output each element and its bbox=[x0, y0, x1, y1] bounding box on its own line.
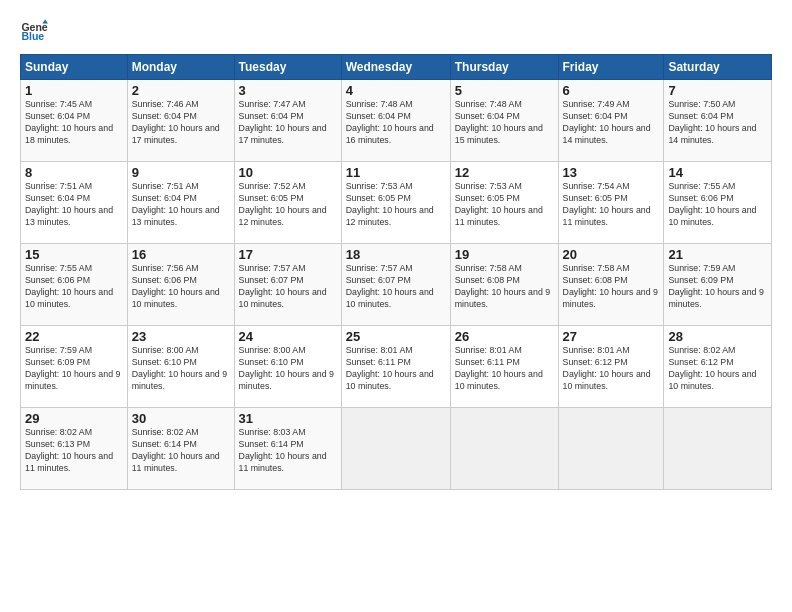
day-cell: 25Sunrise: 8:01 AMSunset: 6:11 PMDayligh… bbox=[341, 326, 450, 408]
day-info: Sunrise: 7:57 AMSunset: 6:07 PMDaylight:… bbox=[239, 263, 337, 311]
day-cell: 29Sunrise: 8:02 AMSunset: 6:13 PMDayligh… bbox=[21, 408, 128, 490]
day-info: Sunrise: 8:02 AMSunset: 6:13 PMDaylight:… bbox=[25, 427, 123, 475]
day-number: 30 bbox=[132, 411, 230, 426]
col-header-tuesday: Tuesday bbox=[234, 55, 341, 80]
day-info: Sunrise: 7:57 AMSunset: 6:07 PMDaylight:… bbox=[346, 263, 446, 311]
day-number: 4 bbox=[346, 83, 446, 98]
day-info: Sunrise: 7:55 AMSunset: 6:06 PMDaylight:… bbox=[668, 181, 767, 229]
day-number: 22 bbox=[25, 329, 123, 344]
day-cell: 15Sunrise: 7:55 AMSunset: 6:06 PMDayligh… bbox=[21, 244, 128, 326]
day-info: Sunrise: 7:47 AMSunset: 6:04 PMDaylight:… bbox=[239, 99, 337, 147]
day-info: Sunrise: 8:01 AMSunset: 6:11 PMDaylight:… bbox=[455, 345, 554, 393]
day-number: 21 bbox=[668, 247, 767, 262]
day-number: 5 bbox=[455, 83, 554, 98]
header-row: SundayMondayTuesdayWednesdayThursdayFrid… bbox=[21, 55, 772, 80]
day-info: Sunrise: 7:50 AMSunset: 6:04 PMDaylight:… bbox=[668, 99, 767, 147]
day-number: 20 bbox=[563, 247, 660, 262]
col-header-monday: Monday bbox=[127, 55, 234, 80]
day-cell: 26Sunrise: 8:01 AMSunset: 6:11 PMDayligh… bbox=[450, 326, 558, 408]
day-info: Sunrise: 7:58 AMSunset: 6:08 PMDaylight:… bbox=[563, 263, 660, 311]
day-cell: 19Sunrise: 7:58 AMSunset: 6:08 PMDayligh… bbox=[450, 244, 558, 326]
day-number: 18 bbox=[346, 247, 446, 262]
day-cell: 7Sunrise: 7:50 AMSunset: 6:04 PMDaylight… bbox=[664, 80, 772, 162]
header: General Blue bbox=[20, 18, 772, 46]
week-row-1: 8Sunrise: 7:51 AMSunset: 6:04 PMDaylight… bbox=[21, 162, 772, 244]
day-number: 9 bbox=[132, 165, 230, 180]
day-cell: 3Sunrise: 7:47 AMSunset: 6:04 PMDaylight… bbox=[234, 80, 341, 162]
col-header-sunday: Sunday bbox=[21, 55, 128, 80]
day-cell bbox=[341, 408, 450, 490]
day-info: Sunrise: 7:51 AMSunset: 6:04 PMDaylight:… bbox=[25, 181, 123, 229]
day-info: Sunrise: 7:48 AMSunset: 6:04 PMDaylight:… bbox=[455, 99, 554, 147]
day-cell: 20Sunrise: 7:58 AMSunset: 6:08 PMDayligh… bbox=[558, 244, 664, 326]
day-number: 1 bbox=[25, 83, 123, 98]
day-number: 27 bbox=[563, 329, 660, 344]
calendar-table: SundayMondayTuesdayWednesdayThursdayFrid… bbox=[20, 54, 772, 490]
day-cell: 21Sunrise: 7:59 AMSunset: 6:09 PMDayligh… bbox=[664, 244, 772, 326]
day-cell: 28Sunrise: 8:02 AMSunset: 6:12 PMDayligh… bbox=[664, 326, 772, 408]
day-cell: 1Sunrise: 7:45 AMSunset: 6:04 PMDaylight… bbox=[21, 80, 128, 162]
day-cell: 27Sunrise: 8:01 AMSunset: 6:12 PMDayligh… bbox=[558, 326, 664, 408]
day-info: Sunrise: 7:59 AMSunset: 6:09 PMDaylight:… bbox=[668, 263, 767, 311]
day-info: Sunrise: 7:48 AMSunset: 6:04 PMDaylight:… bbox=[346, 99, 446, 147]
day-number: 2 bbox=[132, 83, 230, 98]
day-number: 14 bbox=[668, 165, 767, 180]
day-info: Sunrise: 7:45 AMSunset: 6:04 PMDaylight:… bbox=[25, 99, 123, 147]
day-cell: 6Sunrise: 7:49 AMSunset: 6:04 PMDaylight… bbox=[558, 80, 664, 162]
week-row-3: 22Sunrise: 7:59 AMSunset: 6:09 PMDayligh… bbox=[21, 326, 772, 408]
week-row-2: 15Sunrise: 7:55 AMSunset: 6:06 PMDayligh… bbox=[21, 244, 772, 326]
day-info: Sunrise: 8:02 AMSunset: 6:12 PMDaylight:… bbox=[668, 345, 767, 393]
day-cell: 8Sunrise: 7:51 AMSunset: 6:04 PMDaylight… bbox=[21, 162, 128, 244]
day-cell: 23Sunrise: 8:00 AMSunset: 6:10 PMDayligh… bbox=[127, 326, 234, 408]
day-info: Sunrise: 8:00 AMSunset: 6:10 PMDaylight:… bbox=[239, 345, 337, 393]
day-info: Sunrise: 8:01 AMSunset: 6:11 PMDaylight:… bbox=[346, 345, 446, 393]
day-cell: 10Sunrise: 7:52 AMSunset: 6:05 PMDayligh… bbox=[234, 162, 341, 244]
day-info: Sunrise: 7:49 AMSunset: 6:04 PMDaylight:… bbox=[563, 99, 660, 147]
day-cell: 2Sunrise: 7:46 AMSunset: 6:04 PMDaylight… bbox=[127, 80, 234, 162]
day-info: Sunrise: 7:52 AMSunset: 6:05 PMDaylight:… bbox=[239, 181, 337, 229]
day-number: 12 bbox=[455, 165, 554, 180]
day-cell: 31Sunrise: 8:03 AMSunset: 6:14 PMDayligh… bbox=[234, 408, 341, 490]
day-cell: 5Sunrise: 7:48 AMSunset: 6:04 PMDaylight… bbox=[450, 80, 558, 162]
day-cell bbox=[450, 408, 558, 490]
day-number: 23 bbox=[132, 329, 230, 344]
day-number: 28 bbox=[668, 329, 767, 344]
day-number: 29 bbox=[25, 411, 123, 426]
day-cell: 22Sunrise: 7:59 AMSunset: 6:09 PMDayligh… bbox=[21, 326, 128, 408]
day-number: 24 bbox=[239, 329, 337, 344]
day-cell: 9Sunrise: 7:51 AMSunset: 6:04 PMDaylight… bbox=[127, 162, 234, 244]
day-info: Sunrise: 7:46 AMSunset: 6:04 PMDaylight:… bbox=[132, 99, 230, 147]
day-cell: 11Sunrise: 7:53 AMSunset: 6:05 PMDayligh… bbox=[341, 162, 450, 244]
day-number: 7 bbox=[668, 83, 767, 98]
svg-text:Blue: Blue bbox=[21, 30, 44, 42]
col-header-wednesday: Wednesday bbox=[341, 55, 450, 80]
day-info: Sunrise: 7:58 AMSunset: 6:08 PMDaylight:… bbox=[455, 263, 554, 311]
day-number: 6 bbox=[563, 83, 660, 98]
day-cell: 16Sunrise: 7:56 AMSunset: 6:06 PMDayligh… bbox=[127, 244, 234, 326]
day-number: 11 bbox=[346, 165, 446, 180]
day-info: Sunrise: 8:00 AMSunset: 6:10 PMDaylight:… bbox=[132, 345, 230, 393]
day-info: Sunrise: 8:02 AMSunset: 6:14 PMDaylight:… bbox=[132, 427, 230, 475]
day-cell: 17Sunrise: 7:57 AMSunset: 6:07 PMDayligh… bbox=[234, 244, 341, 326]
day-cell: 30Sunrise: 8:02 AMSunset: 6:14 PMDayligh… bbox=[127, 408, 234, 490]
day-cell: 12Sunrise: 7:53 AMSunset: 6:05 PMDayligh… bbox=[450, 162, 558, 244]
day-cell bbox=[558, 408, 664, 490]
week-row-4: 29Sunrise: 8:02 AMSunset: 6:13 PMDayligh… bbox=[21, 408, 772, 490]
day-number: 3 bbox=[239, 83, 337, 98]
day-number: 8 bbox=[25, 165, 123, 180]
day-info: Sunrise: 7:59 AMSunset: 6:09 PMDaylight:… bbox=[25, 345, 123, 393]
day-number: 25 bbox=[346, 329, 446, 344]
logo-icon: General Blue bbox=[20, 18, 48, 46]
day-info: Sunrise: 7:55 AMSunset: 6:06 PMDaylight:… bbox=[25, 263, 123, 311]
day-cell: 14Sunrise: 7:55 AMSunset: 6:06 PMDayligh… bbox=[664, 162, 772, 244]
day-info: Sunrise: 8:01 AMSunset: 6:12 PMDaylight:… bbox=[563, 345, 660, 393]
day-info: Sunrise: 7:53 AMSunset: 6:05 PMDaylight:… bbox=[346, 181, 446, 229]
logo: General Blue bbox=[20, 18, 48, 46]
page: General Blue SundayMondayTuesdayWednesda… bbox=[0, 0, 792, 612]
day-cell bbox=[664, 408, 772, 490]
col-header-thursday: Thursday bbox=[450, 55, 558, 80]
day-cell: 13Sunrise: 7:54 AMSunset: 6:05 PMDayligh… bbox=[558, 162, 664, 244]
day-cell: 18Sunrise: 7:57 AMSunset: 6:07 PMDayligh… bbox=[341, 244, 450, 326]
day-number: 31 bbox=[239, 411, 337, 426]
day-info: Sunrise: 7:53 AMSunset: 6:05 PMDaylight:… bbox=[455, 181, 554, 229]
